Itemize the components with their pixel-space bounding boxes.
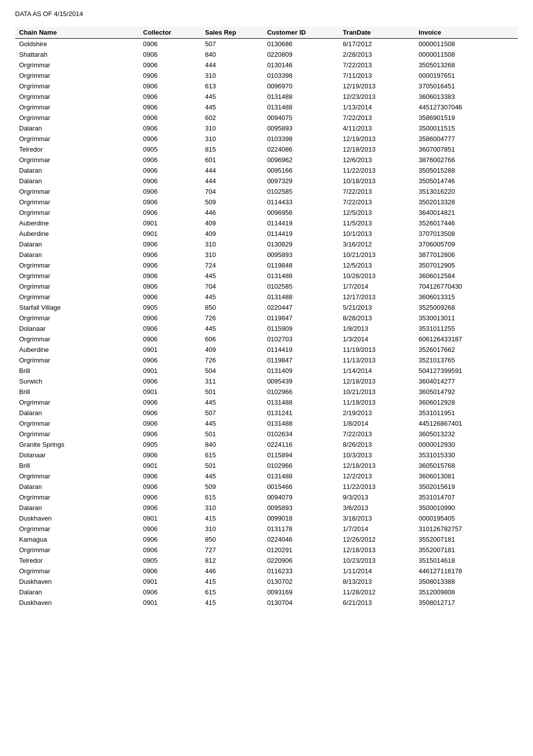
table-cell: Dalaran (15, 502, 139, 513)
table-cell: Auberdine (15, 218, 139, 228)
page-header: DATA AS OF 4/15/2014 (15, 10, 518, 18)
table-row: Dolanaar090644501159091/8/20133531011255 (15, 323, 518, 334)
table-cell: 310 (201, 70, 263, 81)
table-cell: 310 (201, 134, 263, 144)
table-cell: 0096962 (263, 155, 339, 165)
table-cell: 704 (201, 281, 263, 292)
table-cell: 0093169 (263, 587, 339, 597)
table-cell: 310 (201, 502, 263, 513)
table-cell: 0906 (139, 587, 201, 597)
table-cell: 3/6/2013 (339, 502, 415, 513)
table-cell: 850 (201, 302, 263, 313)
table-cell: 3531011255 (415, 323, 518, 334)
table-cell: 0119847 (263, 355, 339, 365)
table-row: Auberdine0901409011441911/19/20133526017… (15, 344, 518, 355)
table-cell: Dalaran (15, 123, 139, 134)
table-cell: 3607007851 (415, 144, 518, 155)
table-cell: 0114419 (263, 228, 339, 239)
table-cell: 10/3/2013 (339, 450, 415, 460)
table-cell: 0102966 (263, 387, 339, 397)
table-cell: 0906 (139, 197, 201, 207)
table-cell: 0131409 (263, 365, 339, 376)
table-cell: 0906 (139, 334, 201, 344)
table-row: Orgrimmar090670401025851/7/2014704126770… (15, 281, 518, 292)
table-cell: 840 (201, 439, 263, 450)
table-cell: 3706005709 (415, 239, 518, 249)
table-cell: 0116233 (263, 566, 339, 576)
table-cell: 0096970 (263, 81, 339, 91)
table-cell: 0114419 (263, 218, 339, 228)
table-cell: 445 (201, 471, 263, 481)
table-cell: Telredor (15, 144, 139, 155)
table-cell: 445 (201, 323, 263, 334)
table-cell: 0119847 (263, 313, 339, 323)
table-cell: 445 (201, 91, 263, 102)
table-cell: 11/13/2013 (339, 355, 415, 365)
table-cell: 444 (201, 165, 263, 176)
table-cell: 6/21/2013 (339, 597, 415, 608)
table-cell: 3512009808 (415, 587, 518, 597)
table-cell: 11/19/2013 (339, 344, 415, 355)
table-cell: 3502013328 (415, 197, 518, 207)
table-cell: Duskhaven (15, 597, 139, 608)
table-cell: 0114419 (263, 344, 339, 355)
table-cell: 10/23/2013 (339, 555, 415, 566)
table-cell: 0131241 (263, 408, 339, 418)
table-cell: 3526017662 (415, 344, 518, 355)
table-cell: 601 (201, 155, 263, 165)
table-row: Orgrimmar090670401025857/22/201335130162… (15, 186, 518, 197)
table-cell: 840 (201, 49, 263, 60)
table-row: Dalaran0906444009516611/22/2013350501528… (15, 165, 518, 176)
table-cell: 0130702 (263, 576, 339, 587)
table-cell: 0131488 (263, 102, 339, 112)
table-cell: 509 (201, 481, 263, 492)
table-cell: 0901 (139, 460, 201, 471)
table-cell: 445 (201, 102, 263, 112)
table-cell: 12/26/2012 (339, 534, 415, 545)
table-cell: 0906 (139, 123, 201, 134)
table-cell: Duskhaven (15, 576, 139, 587)
table-cell: 0095893 (263, 249, 339, 260)
table-row: Dalaran090631000958934/11/20133500011515 (15, 123, 518, 134)
col-header-salesrep: Sales Rep (201, 27, 263, 39)
table-cell: 501 (201, 429, 263, 439)
table-cell: 0224046 (263, 534, 339, 545)
table-cell: Orgrimmar (15, 418, 139, 429)
table-cell: 0220447 (263, 302, 339, 313)
table-cell: 8/28/2013 (339, 313, 415, 323)
table-cell: 0000197651 (415, 70, 518, 81)
table-cell: 3508013388 (415, 576, 518, 587)
table-cell: 0095166 (263, 165, 339, 176)
table-cell: 0906 (139, 376, 201, 387)
table-cell: 3605014792 (415, 387, 518, 397)
table-cell: 3606013315 (415, 292, 518, 302)
table-cell: Orgrimmar (15, 429, 139, 439)
table-cell: 0906 (139, 397, 201, 408)
table-cell: 850 (201, 534, 263, 545)
table-cell: 0905 (139, 302, 201, 313)
table-cell: 0905 (139, 144, 201, 155)
table-cell: Dalaran (15, 239, 139, 249)
table-cell: 10/21/2013 (339, 387, 415, 397)
table-cell: 0901 (139, 344, 201, 355)
table-cell: Brill (15, 365, 139, 376)
table-cell: Kamagua (15, 534, 139, 545)
table-cell: 3876002766 (415, 155, 518, 165)
table-row: Brill090150401314091/14/2014504127399591 (15, 365, 518, 376)
table-cell: 310 (201, 239, 263, 249)
table-cell: Orgrimmar (15, 397, 139, 408)
table-cell: 501 (201, 460, 263, 471)
table-row: Brill0901501010296610/21/20133605014792 (15, 387, 518, 397)
table-cell: 12/17/2013 (339, 292, 415, 302)
table-cell: Orgrimmar (15, 260, 139, 271)
table-cell: 504 (201, 365, 263, 376)
table-cell: Orgrimmar (15, 60, 139, 70)
table-cell: 3606013383 (415, 91, 518, 102)
table-cell: 12/18/2013 (339, 460, 415, 471)
table-row: Duskhaven090141501307028/13/201335080133… (15, 576, 518, 587)
table-cell: 3605015768 (415, 460, 518, 471)
table-cell: 9/3/2013 (339, 492, 415, 502)
table-cell: Orgrimmar (15, 281, 139, 292)
table-row: Orgrimmar0906445013148810/28/20133606012… (15, 271, 518, 281)
table-cell: 3640014821 (415, 207, 518, 218)
